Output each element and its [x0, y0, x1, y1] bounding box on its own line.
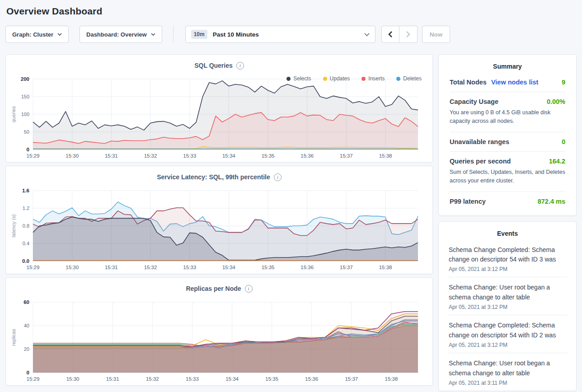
svg-text:15:37: 15:37 — [340, 153, 353, 159]
summary-value: 872.4 ms — [538, 198, 565, 205]
event-text: Schema Change: User root began a schema … — [449, 359, 566, 378]
service-latency-chart[interactable]: 0.00.40.81.21.615:2915:3015:3115:3215:33… — [9, 185, 429, 274]
svg-text:15:32: 15:32 — [144, 153, 157, 159]
legend-dot — [396, 77, 400, 81]
event-text: Schema Change: User root began a schema … — [449, 283, 566, 303]
svg-text:replicas: replicas — [11, 329, 16, 346]
event-item[interactable]: Schema Change Completed: Schema change o… — [448, 315, 567, 353]
event-timestamp: Apr 05, 2021 at 3:12 PM — [449, 342, 566, 348]
summary-label: Unavailable ranges — [450, 138, 509, 145]
chevron-down-icon — [151, 33, 155, 36]
svg-text:50: 50 — [24, 129, 29, 135]
svg-text:15:29: 15:29 — [27, 153, 40, 159]
events-panel: Events Schema Change Completed: Schema c… — [438, 221, 577, 392]
main-content: SQL Queries i SelectsUpdatesInsertsDelet… — [5, 54, 577, 391]
legend-item-updates: Updates — [323, 75, 350, 82]
svg-text:15:34: 15:34 — [222, 265, 235, 270]
svg-text:15:36: 15:36 — [300, 265, 314, 270]
summary-row: Capacity Usage0.00%You are using 0 B of … — [450, 92, 565, 132]
svg-text:15:30: 15:30 — [66, 153, 79, 159]
svg-text:queries: queries — [11, 106, 16, 122]
svg-text:15:31: 15:31 — [106, 376, 119, 382]
svg-text:15:33: 15:33 — [186, 376, 199, 382]
chart-title: Service Latency: SQL, 99th percentile — [157, 173, 270, 181]
svg-text:15:32: 15:32 — [146, 376, 159, 382]
event-text: Schema Change Completed: Schema change o… — [449, 245, 566, 265]
summary-value: 9 — [562, 79, 565, 86]
time-nav-group — [381, 26, 418, 43]
chevron-right-icon — [406, 31, 410, 37]
svg-text:15:36: 15:36 — [300, 153, 314, 159]
svg-text:15:35: 15:35 — [262, 265, 275, 270]
info-icon[interactable]: i — [245, 285, 253, 293]
svg-text:latency (s): latency (s) — [11, 215, 16, 238]
event-timestamp: Apr 05, 2021 at 3:12 PM — [449, 266, 566, 272]
summary-row: Total NodesView nodes list9 — [450, 73, 565, 92]
summary-description: You are using 0 B of 4.5 GiB usable disk… — [450, 108, 565, 126]
time-range-selector[interactable]: 10m Past 10 Minutes — [185, 26, 375, 43]
svg-text:15:38: 15:38 — [379, 153, 392, 159]
chart-legend: SelectsUpdatesInsertsDeletes — [286, 75, 422, 82]
time-range-badge: 10m — [191, 30, 207, 39]
svg-text:15:38: 15:38 — [379, 265, 392, 270]
svg-text:15:37: 15:37 — [345, 376, 358, 382]
svg-text:15:34: 15:34 — [225, 376, 239, 382]
time-prev-button[interactable] — [381, 26, 399, 43]
event-item[interactable]: Schema Change: User root began a schema … — [448, 277, 567, 315]
chart-title: Replicas per Node — [186, 285, 241, 292]
event-timestamp: Apr 05, 2021 at 3:12 PM — [449, 304, 566, 310]
svg-text:15:37: 15:37 — [340, 265, 353, 270]
summary-value: 164.2 — [549, 158, 565, 165]
summary-label: Queries per second — [450, 158, 511, 165]
chart-header: SQL Queries i — [9, 55, 429, 74]
summary-description: Sum of Selects, Updates, Inserts, and De… — [450, 168, 565, 186]
chart-panel-replicas-per-node: Replicas per Node i 020406015:2915:3015:… — [5, 277, 433, 386]
svg-text:15:35: 15:35 — [262, 153, 275, 159]
svg-text:15:30: 15:30 — [66, 376, 80, 382]
legend-dot — [361, 77, 366, 81]
replicas-per-node-chart[interactable]: 020406015:2915:3015:3115:3215:3315:3415:… — [9, 297, 429, 385]
svg-text:15:33: 15:33 — [183, 153, 196, 159]
summary-title: Summary — [450, 63, 565, 70]
svg-text:15:32: 15:32 — [144, 265, 157, 270]
chevron-down-icon — [364, 33, 370, 36]
legend-item-deletes: Deletes — [396, 75, 422, 82]
dashboard-dropdown[interactable]: Dashboard: Overview — [80, 26, 162, 43]
summary-value: 0.00% — [547, 98, 565, 105]
svg-text:200: 200 — [21, 76, 29, 82]
svg-text:0.0: 0.0 — [22, 258, 29, 264]
sql-queries-chart[interactable]: 05010015020015:2915:3015:3115:3215:3315:… — [9, 74, 429, 162]
now-button[interactable]: Now — [422, 26, 451, 43]
summary-value: 0 — [562, 138, 565, 145]
svg-text:100: 100 — [21, 112, 29, 117]
svg-text:0: 0 — [27, 370, 29, 375]
svg-text:15:29: 15:29 — [27, 265, 40, 270]
summary-row: P99 latency872.4 ms — [450, 192, 565, 211]
sidebar: Summary Total NodesView nodes list9Capac… — [438, 54, 577, 391]
event-item[interactable]: Schema Change: User root began a schema … — [448, 353, 567, 391]
toolbar-divider — [173, 26, 174, 43]
svg-text:15:31: 15:31 — [105, 153, 118, 159]
chart-header: Service Latency: SQL, 99th percentile i — [9, 166, 429, 185]
event-item[interactable]: Schema Change Completed: Schema change o… — [448, 240, 567, 278]
summary-row: Unavailable ranges0 — [450, 132, 565, 152]
info-icon[interactable]: i — [236, 62, 244, 70]
time-next-button[interactable] — [399, 26, 418, 43]
summary-label: Capacity Usage — [450, 98, 498, 105]
chart-panel-service-latency: Service Latency: SQL, 99th percentile i … — [5, 166, 433, 274]
page-title: Overview Dashboard — [6, 6, 577, 17]
svg-text:60: 60 — [23, 299, 29, 305]
summary-row: Queries per second164.2Sum of Selects, U… — [450, 152, 565, 192]
legend-label: Selects — [293, 75, 311, 82]
chevron-down-icon — [57, 33, 62, 36]
event-text: Schema Change Completed: Schema change o… — [449, 321, 566, 341]
svg-text:40: 40 — [24, 323, 29, 328]
svg-text:0.4: 0.4 — [23, 241, 29, 246]
svg-text:15:30: 15:30 — [66, 265, 79, 270]
legend-item-inserts: Inserts — [361, 75, 385, 82]
graph-dropdown[interactable]: Graph: Cluster — [5, 26, 69, 43]
svg-text:20: 20 — [24, 346, 29, 352]
info-icon[interactable]: i — [274, 173, 282, 181]
view-nodes-list-link[interactable]: View nodes list — [491, 79, 539, 86]
svg-text:0: 0 — [27, 147, 29, 152]
